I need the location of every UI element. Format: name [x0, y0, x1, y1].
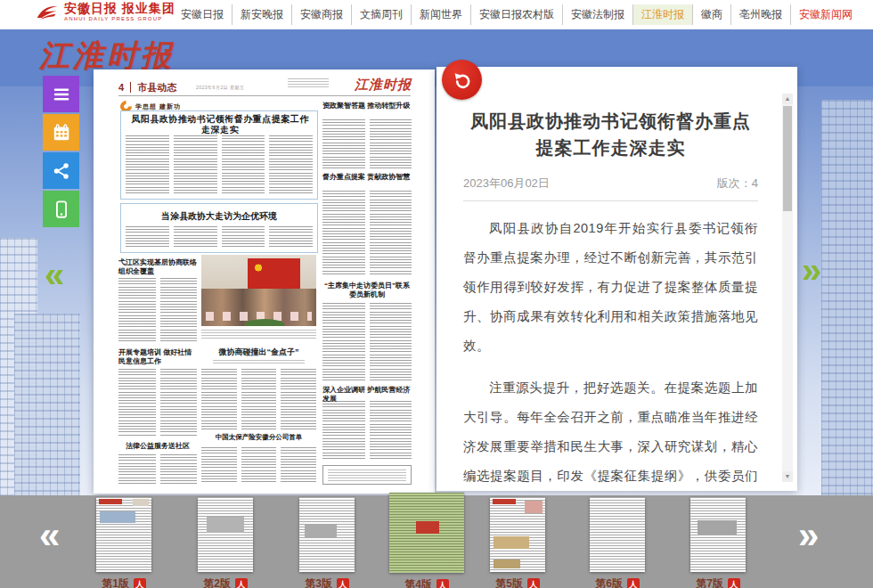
press-group-name: 安徽日报 报业集团 — [64, 2, 175, 15]
scrollbar[interactable]: ▲ ▼ — [782, 94, 793, 482]
page-thumbnail-2[interactable]: 第2版人 — [198, 497, 253, 588]
second-article-headline[interactable]: 当涂县政协大走访为企优环境 — [126, 210, 313, 223]
prev-page-button[interactable]: « — [45, 257, 64, 292]
thumbnail-label[interactable]: 第4版 — [404, 577, 432, 588]
article-meta: 2023年06月02日 版次：4 — [463, 176, 758, 201]
lead-article-columns — [126, 135, 313, 194]
press-group-logo[interactable]: 安徽日报 报业集团 ANHUI DAILY PRESS GROUP — [36, 2, 175, 22]
right-headline-1[interactable]: 资政聚智答题 推动转型升级 — [322, 102, 412, 110]
nav-link-ahrb[interactable]: 安徽日报 — [173, 4, 233, 25]
edition-date-line: 2023年6月2日 星期五 — [196, 85, 245, 90]
nav-link-ahsb[interactable]: 安徽商报 — [292, 4, 352, 25]
building-left-2 — [14, 314, 80, 495]
thumbnail-label[interactable]: 第6版 — [595, 576, 623, 588]
campaign-badge-label: 学思想 建新功 — [135, 102, 181, 111]
pdf-icon[interactable]: 人 — [728, 578, 740, 588]
calendar-icon — [52, 123, 71, 143]
thumbnail-image-3[interactable] — [299, 497, 355, 572]
nav-link-ncb[interactable]: 安徽日报农村版 — [471, 4, 563, 25]
thumbnail-label[interactable]: 第5版 — [495, 576, 523, 588]
newspaper-page[interactable]: 4 市县动态 2023年6月2日 星期五 江淮时报 学思想 建新功 凤阳县政协推… — [94, 69, 435, 494]
article-title: 凤阳县政协推动书记领衔督办重点提案工作走深走实 — [463, 108, 758, 161]
left-columns-1 — [118, 278, 197, 344]
building-right — [821, 100, 873, 495]
party-flag — [248, 258, 300, 289]
thumbnail-image-4[interactable] — [389, 493, 464, 573]
section-name: 市县动态 — [137, 81, 176, 94]
mid-columns-1 — [201, 369, 316, 429]
pdf-icon[interactable]: 人 — [436, 579, 449, 588]
thumbnail-label[interactable]: 第3版 — [305, 576, 332, 588]
mid-headline-small[interactable]: 中国太保产险安徽分公司首单 — [201, 433, 316, 442]
thumbnail-label[interactable]: 第1版 — [102, 576, 129, 588]
thumbnail-image-6[interactable] — [590, 497, 645, 572]
scroll-up-arrow[interactable]: ▲ — [782, 94, 793, 104]
page-thumbnail-1[interactable]: 第1版人 — [96, 497, 151, 588]
left-columns-3 — [118, 454, 197, 485]
header-rule — [118, 95, 411, 96]
right-headline-3[interactable]: “主席集中走访委员日”联系委员新机制 — [322, 282, 412, 299]
thumbnail-image-5[interactable] — [490, 497, 545, 572]
scrollbar-thumb[interactable] — [783, 106, 792, 211]
thumbnail-label[interactable]: 第2版 — [203, 576, 231, 588]
thumbnail-label[interactable]: 第7版 — [696, 576, 723, 588]
back-icon — [452, 69, 473, 91]
left-headline-3[interactable]: 法律公益服务送社区 — [118, 442, 197, 451]
page-thumbnail-4-active[interactable]: 第4版人 — [389, 493, 464, 588]
right-headline-2[interactable]: 督办重点提案 贡献政协智慧 — [322, 173, 412, 182]
mobile-icon — [52, 200, 71, 219]
nav-link-hs[interactable]: 徽商 — [693, 4, 731, 25]
nav-link-fzb[interactable]: 安徽法制报 — [563, 4, 633, 25]
share-button[interactable] — [43, 152, 79, 189]
back-button[interactable] — [442, 60, 482, 100]
pdf-icon[interactable]: 人 — [235, 578, 248, 588]
nav-link-wzzk[interactable]: 文摘周刊 — [352, 4, 412, 25]
page-thumbnail-6[interactable]: 第6版人 — [590, 497, 645, 588]
pdf-icon[interactable]: 人 — [627, 578, 640, 588]
newspaper-masthead: 江淮时报 — [355, 77, 412, 94]
article-paragraph: 凤阳县政协自2019年开始实行县委书记领衔督办重点提案办理，经过不断创新完善，其… — [463, 214, 758, 361]
text-block — [288, 78, 329, 89]
thumbnails-prev-button[interactable]: « — [39, 517, 60, 554]
article-body: 凤阳县政协自2019年开始实行县委书记领衔督办重点提案办理，经过不断创新完善，其… — [463, 214, 758, 491]
thumbnail-image-2[interactable] — [198, 497, 253, 572]
page-thumbnail-3[interactable]: 第3版人 — [299, 497, 355, 588]
left-columns-2 — [118, 369, 197, 437]
newspaper-photo[interactable] — [201, 255, 316, 326]
right-columns-4 — [322, 401, 412, 460]
scroll-down-arrow[interactable]: ▼ — [782, 471, 793, 482]
next-page-button[interactable]: » — [802, 252, 821, 288]
page-number: 4 — [118, 82, 131, 93]
article-edition: 版次：4 — [717, 176, 758, 192]
pdf-icon[interactable]: 人 — [337, 578, 349, 588]
mid-subtitle-line — [213, 360, 305, 364]
pdf-icon[interactable]: 人 — [527, 578, 540, 588]
thumbnail-image-7[interactable] — [690, 497, 746, 572]
lead-article-headline[interactable]: 凤阳县政协推动书记领衔督办重点提案工作走深走实 — [129, 114, 311, 135]
left-headline-1[interactable]: 弋江区实现基层协商联络组织全覆盖 — [118, 258, 197, 276]
menu-button[interactable] — [43, 76, 79, 112]
page-thumbnail-7[interactable]: 第7版人 — [690, 497, 746, 588]
text-block — [328, 470, 406, 481]
thumbnails-next-button[interactable]: » — [798, 517, 819, 554]
nav-link-jhsb-active[interactable]: 江淮时报 — [633, 4, 693, 25]
article-paragraph: 注重源头提升，把好选题关。在提案选题上加大引导。每年全会召开之前，重点瞄准当年推… — [463, 373, 758, 491]
nav-link-ahnews[interactable]: 安徽新闻网 — [791, 4, 861, 25]
nav-link-xwsj[interactable]: 新闻世界 — [412, 4, 471, 25]
article-date: 2023年06月02日 — [463, 176, 550, 192]
page-thumbnail-5[interactable]: 第5版人 — [490, 497, 545, 588]
menu-icon — [52, 85, 71, 104]
nav-link-bzwb[interactable]: 亳州晚报 — [731, 4, 791, 25]
thumbnail-image-1[interactable] — [96, 497, 151, 572]
mid-headline[interactable]: 微协商碰撞出“金点子” — [201, 347, 316, 356]
second-article-columns — [126, 226, 313, 249]
press-group-logo-icon — [36, 4, 59, 21]
mobile-button[interactable] — [43, 191, 79, 227]
mid-columns-2 — [201, 447, 316, 485]
calendar-button[interactable] — [43, 114, 79, 151]
section-header: 4 市县动态 — [118, 81, 176, 94]
left-headline-2[interactable]: 开展专题培训 做好社情民意信息工作 — [118, 348, 197, 366]
pdf-icon[interactable]: 人 — [134, 578, 146, 588]
nav-link-xawb[interactable]: 新安晚报 — [233, 4, 292, 25]
photo-caption — [201, 330, 316, 339]
